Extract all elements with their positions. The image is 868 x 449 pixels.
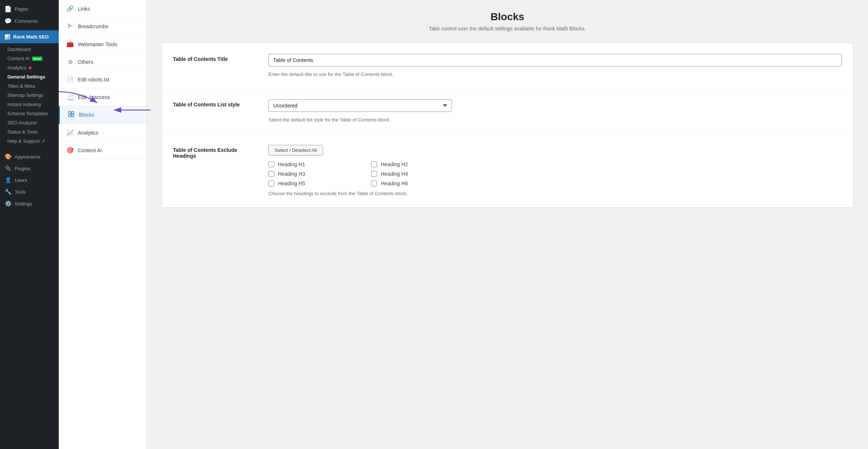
inner-nav-links[interactable]: 🔗 Links (59, 0, 147, 18)
sidebar-item-pages[interactable]: 📄 Pages (0, 3, 59, 15)
sidebar-item-sitemap[interactable]: Sitemap Settings (0, 91, 59, 100)
inner-nav-blocks[interactable]: Blocks (59, 106, 147, 124)
rank-math-submenu: Dashboard Content AI New! Analytics Gene… (0, 43, 59, 147)
svg-rect-4 (72, 112, 74, 114)
settings-icon: ⚙️ (4, 200, 12, 207)
sidebar-item-tools[interactable]: 🔧 Tools (0, 186, 59, 198)
heading-h6-checkbox[interactable] (371, 180, 377, 186)
toc-exclude-headings-control: Select / Deselect All Heading H1 Heading… (268, 145, 842, 196)
analytics-nav-icon: 📈 (66, 129, 74, 136)
heading-h3-label: Heading H3 (278, 171, 305, 177)
select-deselect-all-button[interactable]: Select / Deselect All (268, 145, 323, 156)
settings-panel: Table of Contents Title Enter the defaul… (162, 43, 853, 208)
toc-list-style-label: Table of Contents List style (173, 99, 254, 107)
heading-h6-label: Heading H6 (381, 180, 408, 186)
headings-grid: Heading H1 Heading H2 Heading H3 (268, 161, 452, 186)
sidebar-item-users[interactable]: 👤 Users (0, 174, 59, 186)
toc-list-style-select[interactable]: Unordered Ordered None (268, 99, 452, 112)
svg-rect-3 (69, 112, 71, 114)
content-ai-icon: 🎯 (66, 147, 74, 154)
inner-nav-content-ai[interactable]: 🎯 Content AI (59, 142, 147, 159)
inner-nav-analytics[interactable]: 📈 Analytics (59, 124, 147, 142)
inner-nav-others[interactable]: ⊜ Others (59, 53, 147, 71)
heading-h1-item: Heading H1 (268, 161, 349, 167)
content-area: 🔗 Links Breadcrumbs 🧰 Webmast (59, 0, 868, 449)
heading-h3-checkbox[interactable] (268, 171, 274, 177)
heading-h5-checkbox[interactable] (268, 180, 274, 186)
toc-exclude-help: Choose the headings to exclude from the … (268, 191, 842, 196)
page-title: Blocks (162, 11, 853, 23)
inner-sidebar: 🔗 Links Breadcrumbs 🧰 Webmast (59, 0, 147, 449)
plugins-icon: 🔌 (4, 165, 12, 172)
heading-h1-checkbox[interactable] (268, 161, 274, 167)
sidebar-item-appearance[interactable]: 🎨 Appearance (0, 151, 59, 163)
sidebar-item-help-support[interactable]: Help & Support ↗ (0, 136, 59, 146)
rank-math-menu-item[interactable]: 📊 Rank Math SEO (0, 30, 59, 43)
svg-rect-5 (69, 114, 71, 117)
inner-nav-webmaster-tools[interactable]: 🧰 Webmaster Tools (59, 36, 147, 53)
sidebar-item-analytics[interactable]: Analytics (0, 63, 59, 72)
sidebar-item-dashboard[interactable]: Dashboard (0, 45, 59, 54)
toc-list-style-control: Unordered Ordered None Select the defaul… (268, 99, 842, 123)
inner-nav-edit-robots[interactable]: 📄 Edit robots.txt (59, 71, 147, 88)
toc-title-help: Enter the default title to use for the T… (268, 72, 842, 77)
heading-h2-label: Heading H2 (381, 161, 408, 167)
edit-robots-icon: 📄 (66, 76, 74, 83)
sidebar-item-comments[interactable]: 💬 Comments (0, 15, 59, 27)
main-content: 🔗 Links Breadcrumbs 🧰 Webmast (59, 0, 868, 449)
breadcrumbs-icon (66, 23, 74, 30)
pages-icon: 📄 (4, 6, 12, 12)
webmaster-tools-icon: 🧰 (66, 41, 74, 48)
heading-h6-item: Heading H6 (371, 180, 452, 186)
comments-icon: 💬 (4, 18, 12, 25)
new-badge: New! (32, 56, 43, 61)
toc-title-control: Enter the default title to use for the T… (268, 54, 842, 77)
toc-exclude-headings-row: Table of Contents Exclude Headings Selec… (162, 134, 853, 207)
page-subtitle: Take control over the default settings a… (162, 26, 853, 32)
heading-h4-checkbox[interactable] (371, 171, 377, 177)
inner-nav-edit-htaccess[interactable]: 📃 Edit .htaccess (59, 88, 147, 106)
sidebar-item-settings[interactable]: ⚙️ Settings (0, 198, 59, 209)
rank-math-icon: 📊 (4, 34, 10, 40)
sidebar-item-content-ai[interactable]: Content AI New! (0, 54, 59, 63)
heading-h5-label: Heading H5 (278, 180, 305, 186)
toc-title-input[interactable] (268, 54, 842, 66)
page-content: Blocks Take control over the default set… (147, 0, 868, 449)
svg-rect-6 (72, 114, 74, 117)
sidebar-item-schema-templates[interactable]: Schema Templates (0, 109, 59, 118)
page-header: Blocks Take control over the default set… (162, 11, 853, 32)
heading-h2-checkbox[interactable] (371, 161, 377, 167)
heading-h2-item: Heading H2 (371, 161, 452, 167)
sidebar-item-general-settings[interactable]: General Settings (0, 72, 59, 81)
others-icon: ⊜ (66, 58, 74, 65)
users-icon: 👤 (4, 177, 12, 183)
toc-list-style-row: Table of Contents List style Unordered O… (162, 88, 853, 134)
sidebar-item-instant-indexing[interactable]: Instant Indexing (0, 100, 59, 109)
analytics-badge (29, 66, 32, 69)
toc-list-style-help: Select the default list style for the Ta… (268, 117, 842, 123)
sidebar-item-seo-analyzer[interactable]: SEO Analyzer (0, 118, 59, 127)
inner-nav-breadcrumbs[interactable]: Breadcrumbs (59, 18, 147, 36)
toc-title-label: Table of Contents Title (173, 54, 254, 62)
edit-htaccess-icon: 📃 (66, 94, 74, 101)
sidebar-item-titles-meta[interactable]: Titles & Meta (0, 81, 59, 91)
toc-exclude-headings-label: Table of Contents Exclude Headings (173, 145, 254, 159)
heading-h5-item: Heading H5 (268, 180, 349, 186)
appearance-icon: 🎨 (4, 153, 12, 160)
sidebar-item-plugins[interactable]: 🔌 Plugins (0, 163, 59, 174)
tools-icon: 🔧 (4, 189, 12, 195)
links-icon: 🔗 (66, 5, 74, 12)
toc-title-row: Table of Contents Title Enter the defaul… (162, 43, 853, 88)
sidebar-item-status-tools[interactable]: Status & Tools (0, 127, 59, 136)
heading-h3-item: Heading H3 (268, 171, 349, 177)
heading-h4-label: Heading H4 (381, 171, 408, 177)
blocks-icon (67, 111, 75, 118)
heading-h4-item: Heading H4 (371, 171, 452, 177)
heading-h1-label: Heading H1 (278, 161, 305, 167)
wp-admin-sidebar: 📄 Pages 💬 Comments 📊 Rank Math SEO Dashb… (0, 0, 59, 449)
